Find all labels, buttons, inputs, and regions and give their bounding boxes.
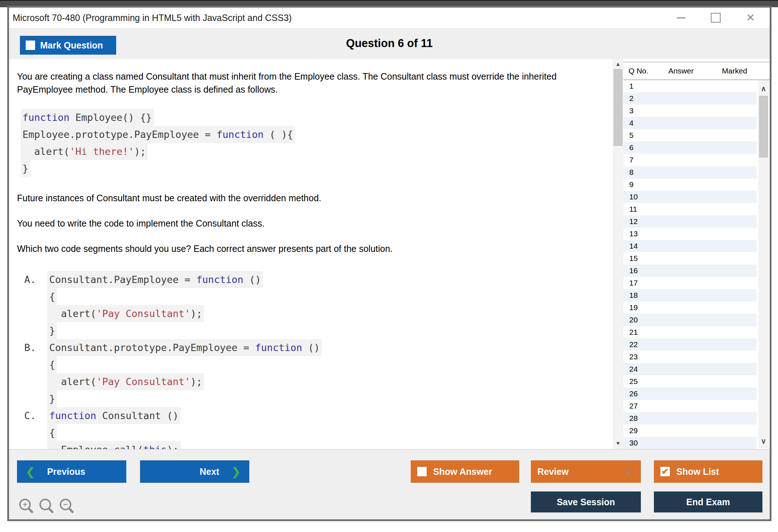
question-row[interactable]: 4: [623, 117, 757, 129]
question-row[interactable]: 15: [623, 252, 757, 265]
employee-code-block: function Employee() {}Employee.prototype…: [21, 109, 613, 177]
mark-question-checkbox[interactable]: [26, 41, 35, 50]
question-row[interactable]: 22: [623, 338, 757, 351]
chevron-right-icon: ❯: [232, 465, 241, 478]
footer-toolbar: ❮ Previous Next ❯ Show Answer Review ▲ ✔…: [9, 449, 770, 521]
question-row[interactable]: 29: [623, 425, 757, 437]
option-letter: C.: [24, 407, 47, 424]
question-row[interactable]: 25: [623, 375, 757, 388]
question-row[interactable]: 1: [623, 80, 757, 92]
minimize-icon: [677, 17, 685, 18]
scroll-up-icon[interactable]: ▲: [613, 61, 623, 67]
question-intro: You are creating a class named Consultan…: [17, 70, 603, 96]
question-para-future: Future instances of Consultant must be c…: [17, 191, 603, 204]
question-row[interactable]: 23: [623, 351, 757, 363]
answer-option-b[interactable]: B. Consultant.prototype.PayEmployee = fu…: [24, 339, 613, 407]
main-row: You are creating a class named Consultan…: [9, 59, 770, 449]
question-counter: Question 6 of 11: [9, 28, 770, 59]
question-row[interactable]: 14: [623, 240, 757, 252]
show-list-button[interactable]: ✔ Show List: [654, 460, 762, 483]
mark-question-button[interactable]: Mark Question: [20, 36, 116, 55]
mark-question-label: Mark Question: [40, 40, 103, 51]
zoom-out-button[interactable]: −: [60, 499, 74, 514]
show-list-checkbox[interactable]: ✔: [660, 467, 670, 476]
end-exam-button[interactable]: End Exam: [654, 491, 762, 512]
review-label: Review: [537, 466, 568, 477]
answer-option-a[interactable]: A. Consultant.PayEmployee = function (){…: [24, 271, 613, 339]
checkmark-icon: ✔: [661, 467, 669, 476]
show-answer-label: Show Answer: [433, 466, 492, 477]
end-exam-label: End Exam: [686, 497, 730, 507]
list-scrollbar-thumb[interactable]: [759, 96, 768, 157]
question-row[interactable]: 28: [623, 412, 757, 425]
question-row[interactable]: 2: [623, 92, 757, 105]
next-button[interactable]: Next ❯: [140, 460, 249, 483]
column-header-marked: Marked: [722, 67, 770, 75]
window-controls: ✕: [675, 8, 757, 28]
column-header-qno: Q No.: [629, 67, 668, 75]
question-row[interactable]: 3: [623, 105, 757, 117]
show-list-label: Show List: [676, 466, 719, 477]
window-title: Microsoft 70-480 (Programming in HTML5 w…: [9, 13, 292, 23]
previous-label: Previous: [47, 466, 85, 477]
exam-application-window: Microsoft 70-480 (Programming in HTML5 w…: [7, 6, 771, 521]
option-letter: B.: [24, 339, 47, 356]
option-code: Consultant.prototype.PayEmployee = funct…: [47, 339, 322, 407]
question-row[interactable]: 26: [623, 388, 757, 400]
question-row[interactable]: 5: [623, 129, 757, 142]
scroll-down-icon[interactable]: ▼: [613, 440, 623, 446]
zoom-controls: + −: [19, 499, 74, 514]
question-list-header: Q No. Answer Marked: [623, 62, 770, 80]
close-icon: ✕: [746, 12, 755, 23]
zoom-in-button[interactable]: +: [19, 499, 34, 514]
save-session-label: Save Session: [557, 497, 615, 507]
question-row[interactable]: 11: [623, 203, 757, 215]
previous-button[interactable]: ❮ Previous: [17, 460, 126, 483]
save-session-button[interactable]: Save Session: [531, 491, 641, 512]
question-row[interactable]: 13: [623, 228, 757, 240]
review-button[interactable]: Review ▲: [531, 460, 641, 483]
question-row[interactable]: 17: [623, 277, 757, 289]
option-code: Consultant.PayEmployee = function (){ al…: [47, 271, 263, 339]
minimize-button[interactable]: [675, 12, 687, 24]
question-row[interactable]: 12: [623, 215, 757, 228]
caret-up-icon: ▲: [624, 468, 631, 476]
list-scroll-down-icon[interactable]: ∨: [758, 437, 769, 446]
question-row[interactable]: 9: [623, 178, 757, 191]
zoom-reset-button[interactable]: [39, 499, 54, 514]
question-row[interactable]: 7: [623, 154, 757, 166]
maximize-icon: [711, 13, 721, 23]
question-row[interactable]: 30: [623, 437, 757, 449]
question-list: 1234567891011121314151617181920212223242…: [623, 80, 770, 449]
question-content: You are creating a class named Consultan…: [9, 59, 613, 449]
question-row[interactable]: 10: [623, 191, 757, 203]
question-row[interactable]: 16: [623, 265, 757, 277]
answer-option-c[interactable]: C. function Consultant (){ Employee.call…: [24, 407, 613, 449]
column-header-answer: Answer: [668, 67, 722, 75]
content-scrollbar[interactable]: ▲ ▼: [613, 59, 623, 449]
question-rows: 1234567891011121314151617181920212223242…: [623, 80, 770, 449]
title-bar: Microsoft 70-480 (Programming in HTML5 w…: [9, 8, 770, 28]
question-row[interactable]: 27: [623, 400, 757, 412]
chevron-left-icon: ❮: [26, 465, 35, 478]
option-code: function Consultant (){ Employee.call(th…: [47, 407, 181, 449]
question-row[interactable]: 18: [623, 289, 757, 301]
question-list-panel: Q No. Answer Marked 12345678910111213141…: [623, 62, 770, 449]
question-row[interactable]: 21: [623, 326, 757, 338]
close-button[interactable]: ✕: [744, 12, 757, 24]
show-answer-checkbox[interactable]: [417, 467, 427, 476]
header-band: Mark Question Question 6 of 11: [9, 28, 770, 59]
question-list-scrollbar[interactable]: ∧ ∨: [758, 80, 769, 448]
question-row[interactable]: 8: [623, 166, 757, 178]
next-label: Next: [200, 466, 219, 477]
question-row[interactable]: 6: [623, 142, 757, 154]
question-para-which: Which two code segments should you use? …: [17, 242, 603, 255]
show-answer-button[interactable]: Show Answer: [411, 460, 519, 483]
question-row[interactable]: 24: [623, 363, 757, 375]
question-para-need: You need to write the code to implement …: [17, 217, 603, 230]
content-scrollbar-thumb[interactable]: [614, 69, 622, 146]
question-row[interactable]: 19: [623, 301, 757, 314]
maximize-button[interactable]: [710, 12, 722, 24]
list-scroll-up-icon[interactable]: ∧: [758, 84, 769, 93]
question-row[interactable]: 20: [623, 314, 757, 326]
